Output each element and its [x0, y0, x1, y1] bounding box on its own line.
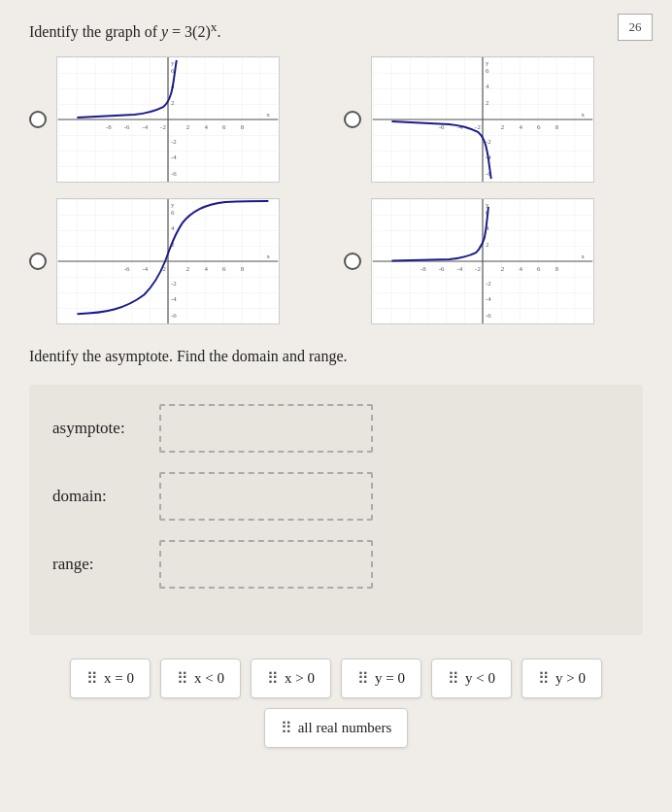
chip-ylt0[interactable]: ⠿ y < 0: [431, 659, 512, 698]
graph-option-d[interactable]: x y -2 -4 -6 -8 2 4 6 8 2 4 6 -2 -4 -6: [344, 198, 643, 324]
graph-option-a[interactable]: x y -2 -4 -6 -8 2 4 6 8 2 4 6 -2 -4 -6: [29, 56, 328, 183]
svg-text:-6: -6: [124, 123, 130, 130]
svg-text:8: 8: [241, 265, 245, 272]
chip-ylt0-dots: ⠿: [448, 669, 459, 688]
domain-label: domain:: [52, 487, 159, 506]
graphs-grid: x y -2 -4 -6 -8 2 4 6 8 2 4 6 -2 -4 -6: [29, 56, 643, 324]
asymptote-row: asymptote:: [52, 404, 620, 453]
svg-text:2: 2: [486, 100, 489, 107]
svg-text:-6: -6: [486, 312, 491, 319]
domain-input[interactable]: [159, 472, 373, 521]
chip-ygt0[interactable]: ⠿ y > 0: [521, 659, 602, 698]
chip-allreal-dots: ⠿: [281, 719, 292, 737]
svg-text:-2: -2: [475, 265, 481, 272]
svg-text:4: 4: [519, 123, 522, 130]
chip-x0-label: x = 0: [104, 670, 134, 687]
svg-text:-4: -4: [486, 296, 491, 303]
svg-text:6: 6: [537, 123, 541, 130]
svg-text:6: 6: [171, 209, 175, 216]
page-number: 26: [618, 14, 653, 41]
svg-text:x: x: [581, 253, 585, 259]
svg-text:4: 4: [204, 123, 208, 130]
chip-y0-dots: ⠿: [357, 669, 369, 688]
chip-ylt0-label: y < 0: [465, 670, 495, 687]
svg-text:-4: -4: [171, 154, 177, 161]
chip-xgt0-label: x > 0: [285, 670, 315, 687]
svg-text:-6: -6: [439, 265, 445, 272]
svg-text:-4: -4: [171, 296, 177, 303]
chip-ygt0-label: y > 0: [555, 670, 586, 687]
graph-c[interactable]: x y -2 -4 -6 2 4 6 8 2 4 6 -2 -4 -6: [56, 198, 280, 324]
chip-y0-label: y = 0: [375, 670, 405, 687]
svg-text:-2: -2: [486, 280, 491, 287]
svg-text:4: 4: [519, 265, 522, 272]
radio-d[interactable]: [344, 253, 361, 270]
svg-text:-6: -6: [171, 312, 177, 319]
answer-area: asymptote: domain: range:: [29, 385, 643, 635]
svg-text:2: 2: [501, 265, 505, 272]
svg-text:-8: -8: [106, 123, 112, 130]
svg-text:6: 6: [537, 265, 541, 272]
svg-text:y: y: [171, 201, 175, 208]
svg-text:-2: -2: [160, 123, 166, 130]
svg-text:y: y: [171, 59, 175, 66]
svg-text:2: 2: [186, 123, 190, 130]
svg-text:8: 8: [555, 123, 559, 130]
graph-b[interactable]: x y -2 -4 -6 2 4 6 8 2 4 6 -2 -4 -6: [371, 56, 594, 183]
svg-text:8: 8: [241, 123, 245, 130]
chip-x0[interactable]: ⠿ x = 0: [70, 659, 151, 698]
chip-xgt0-dots: ⠿: [267, 669, 279, 688]
graph-option-b[interactable]: x y -2 -4 -6 2 4 6 8 2 4 6 -2 -4 -6: [344, 56, 643, 183]
radio-b[interactable]: [344, 111, 361, 128]
svg-text:2: 2: [501, 123, 505, 130]
svg-text:-2: -2: [486, 138, 491, 145]
chip-allreal[interactable]: ⠿ all real numbers: [264, 708, 409, 748]
svg-text:2: 2: [186, 265, 190, 272]
graph-option-c[interactable]: x y -2 -4 -6 2 4 6 8 2 4 6 -2 -4 -6: [29, 198, 328, 324]
svg-text:2: 2: [171, 100, 175, 107]
svg-text:-2: -2: [475, 123, 481, 130]
svg-text:6: 6: [486, 67, 489, 74]
svg-text:-4: -4: [456, 265, 462, 272]
svg-text:x: x: [266, 111, 270, 118]
chip-xgt0[interactable]: ⠿ x > 0: [251, 659, 331, 698]
radio-c[interactable]: [29, 253, 47, 270]
question2-text: Identify the asymptote. Find the domain …: [29, 348, 643, 365]
range-input[interactable]: [159, 540, 373, 589]
chip-xlt0-dots: ⠿: [177, 669, 188, 688]
svg-text:-6: -6: [124, 265, 130, 272]
svg-text:-2: -2: [171, 138, 177, 145]
range-row: range:: [52, 540, 620, 589]
chip-allreal-label: all real numbers: [298, 720, 392, 736]
chip-ygt0-dots: ⠿: [538, 669, 550, 688]
svg-text:2: 2: [486, 242, 489, 249]
question1-text: Identify the graph of y = 3(2)x.: [29, 19, 643, 41]
svg-text:-6: -6: [171, 170, 177, 177]
svg-text:-4: -4: [142, 265, 148, 272]
svg-text:6: 6: [222, 123, 226, 130]
chip-y0[interactable]: ⠿ y = 0: [341, 659, 421, 698]
chip-x0-dots: ⠿: [86, 669, 98, 688]
graph-d[interactable]: x y -2 -4 -6 -8 2 4 6 8 2 4 6 -2 -4 -6: [371, 198, 594, 324]
chip-xlt0-label: x < 0: [194, 670, 224, 687]
range-label: range:: [52, 555, 159, 574]
svg-text:y: y: [486, 59, 489, 66]
radio-a[interactable]: [29, 111, 47, 128]
svg-text:4: 4: [171, 225, 175, 232]
svg-text:6: 6: [222, 265, 226, 272]
chip-xlt0[interactable]: ⠿ x < 0: [160, 659, 241, 698]
svg-text:x: x: [266, 253, 270, 259]
domain-row: domain:: [52, 472, 620, 521]
svg-text:-2: -2: [171, 280, 177, 287]
asymptote-label: asymptote:: [52, 419, 159, 438]
graph-a[interactable]: x y -2 -4 -6 -8 2 4 6 8 2 4 6 -2 -4 -6: [56, 56, 280, 183]
svg-text:-8: -8: [420, 265, 426, 272]
chip-container: ⠿ x = 0 ⠿ x < 0 ⠿ x > 0 ⠿ y = 0 ⠿ y < 0 …: [29, 659, 643, 748]
svg-text:4: 4: [486, 84, 489, 90]
svg-text:x: x: [581, 111, 585, 118]
svg-text:8: 8: [555, 265, 559, 272]
svg-text:-4: -4: [142, 123, 148, 130]
asymptote-input[interactable]: [159, 404, 373, 453]
svg-text:4: 4: [204, 265, 208, 272]
